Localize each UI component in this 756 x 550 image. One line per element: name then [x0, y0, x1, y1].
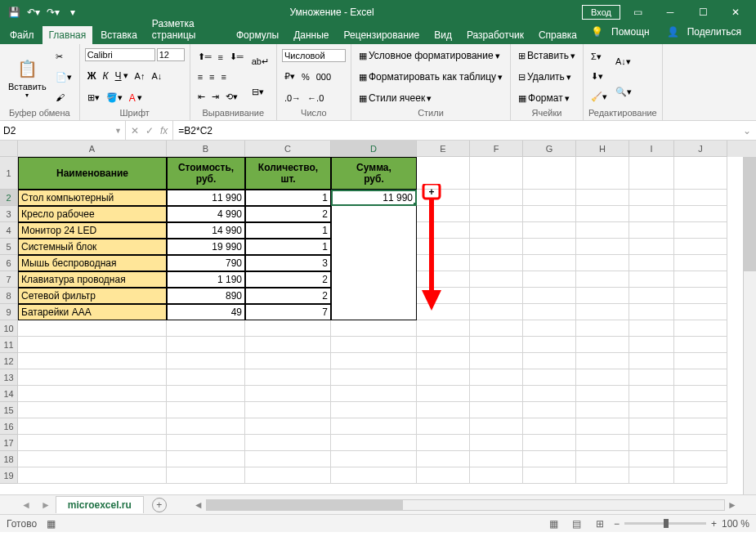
col-header-G[interactable]: G [523, 141, 576, 157]
horizontal-scrollbar[interactable]: ◄ ► [191, 499, 740, 512]
cell[interactable] [576, 190, 629, 206]
cell[interactable] [674, 418, 727, 435]
row-header-1[interactable]: 1 [0, 157, 17, 190]
cell-qty[interactable]: 1 [245, 239, 331, 255]
cell[interactable] [417, 239, 470, 255]
cell[interactable] [576, 467, 629, 484]
cell[interactable] [674, 337, 727, 353]
tab-formulas[interactable]: Формулы [230, 26, 285, 44]
row-header-4[interactable]: 4 [0, 222, 17, 239]
cell[interactable] [576, 222, 629, 239]
cell[interactable] [470, 402, 523, 418]
format-cells-button[interactable]: ▦ Формат▾ [516, 91, 578, 105]
insert-cells-button[interactable]: ⊞ Вставить▾ [516, 48, 578, 63]
cell[interactable] [18, 386, 167, 402]
cell[interactable] [523, 418, 576, 435]
align-middle-button[interactable]: ≡ [215, 51, 225, 64]
cell[interactable] [674, 222, 727, 239]
cell[interactable] [167, 402, 245, 418]
cell[interactable] [523, 435, 576, 451]
cell[interactable] [674, 304, 727, 320]
cell-name[interactable]: Сетевой фильтр [18, 288, 167, 304]
cell-name[interactable]: Кресло рабочее [18, 206, 167, 222]
conditional-format-button[interactable]: ▦ Условное форматирование▾ [356, 48, 505, 63]
cell[interactable] [629, 320, 674, 337]
cell[interactable] [18, 353, 167, 369]
cell[interactable] [674, 239, 727, 255]
zoom-in-button[interactable]: + [711, 518, 717, 530]
font-color-button[interactable]: A▾ [127, 91, 145, 105]
cell[interactable] [167, 337, 245, 353]
paste-button[interactable]: 📋 Вставить ▾ [5, 47, 50, 107]
cell[interactable] [674, 386, 727, 402]
decrease-decimal-button[interactable]: ←.0 [305, 92, 326, 105]
cell[interactable] [245, 435, 331, 451]
sheet-tab[interactable]: microexcel.ru [56, 496, 144, 513]
save-icon[interactable]: 💾 [5, 3, 23, 21]
cell[interactable] [629, 288, 674, 304]
col-header-D[interactable]: D [331, 141, 417, 157]
find-select-button[interactable]: 🔍▾ [613, 85, 634, 99]
cell[interactable] [629, 222, 674, 239]
tab-file[interactable]: Файл [3, 26, 41, 44]
cell[interactable] [576, 337, 629, 353]
cancel-formula-icon[interactable]: ✕ [131, 125, 139, 136]
cell[interactable] [523, 467, 576, 484]
row-header-16[interactable]: 16 [0, 418, 17, 435]
cell[interactable] [629, 467, 674, 484]
cell-name[interactable]: Системный блок [18, 239, 167, 255]
cell[interactable] [167, 353, 245, 369]
align-center-button[interactable]: ≡ [207, 70, 217, 83]
italic-button[interactable]: К [101, 69, 111, 83]
orientation-button[interactable]: ⟲▾ [223, 90, 240, 104]
header-cell[interactable]: Наименование [18, 157, 167, 190]
cell[interactable] [674, 190, 727, 206]
cell-name[interactable]: Мышь беспроводная [18, 255, 167, 271]
tab-layout[interactable]: Разметка страницы [145, 15, 228, 44]
cell[interactable] [18, 337, 167, 353]
cell[interactable] [167, 418, 245, 435]
delete-cells-button[interactable]: ⊟ Удалить▾ [516, 69, 578, 84]
cell[interactable] [576, 369, 629, 386]
tab-developer[interactable]: Разработчик [460, 26, 530, 44]
cell[interactable] [523, 222, 576, 239]
clear-button[interactable]: 🧹▾ [588, 90, 610, 104]
row-header-3[interactable]: 3 [0, 206, 17, 222]
macro-record-icon[interactable]: ▦ [47, 518, 56, 530]
number-format-combo[interactable] [282, 49, 346, 62]
cell[interactable] [417, 304, 470, 320]
cell[interactable] [331, 467, 417, 484]
zoom-slider[interactable] [624, 522, 706, 525]
cell[interactable] [470, 222, 523, 239]
cell-name[interactable]: Стол компьютерный [18, 190, 167, 206]
cell[interactable] [331, 386, 417, 402]
cell[interactable] [523, 304, 576, 320]
cell[interactable] [470, 386, 523, 402]
currency-button[interactable]: ₽▾ [282, 69, 297, 83]
cell-qty[interactable]: 2 [245, 271, 331, 288]
cell[interactable] [470, 271, 523, 288]
cell[interactable] [523, 337, 576, 353]
row-header-13[interactable]: 13 [0, 369, 17, 386]
cell[interactable] [417, 222, 470, 239]
cell-name[interactable]: Клавиатура проводная [18, 271, 167, 288]
tab-review[interactable]: Рецензирование [338, 26, 427, 44]
cell[interactable] [674, 451, 727, 467]
undo-icon[interactable]: ↶▾ [25, 3, 42, 21]
cell[interactable] [417, 451, 470, 467]
cell[interactable] [629, 255, 674, 271]
cell[interactable] [629, 337, 674, 353]
cell[interactable] [417, 255, 470, 271]
vertical-scrollbar[interactable] [743, 157, 756, 494]
cell[interactable] [523, 353, 576, 369]
cell-cost[interactable]: 49 [167, 304, 245, 320]
col-header-E[interactable]: E [417, 141, 470, 157]
row-header-9[interactable]: 9 [0, 304, 17, 320]
row-header-12[interactable]: 12 [0, 353, 17, 369]
row-header-2[interactable]: 2 [0, 190, 17, 206]
indent-decrease-button[interactable]: ⇤ [195, 90, 208, 104]
cell[interactable] [523, 271, 576, 288]
fx-icon[interactable]: fx [160, 125, 168, 136]
cell-sum[interactable] [331, 304, 417, 320]
cell[interactable] [417, 418, 470, 435]
